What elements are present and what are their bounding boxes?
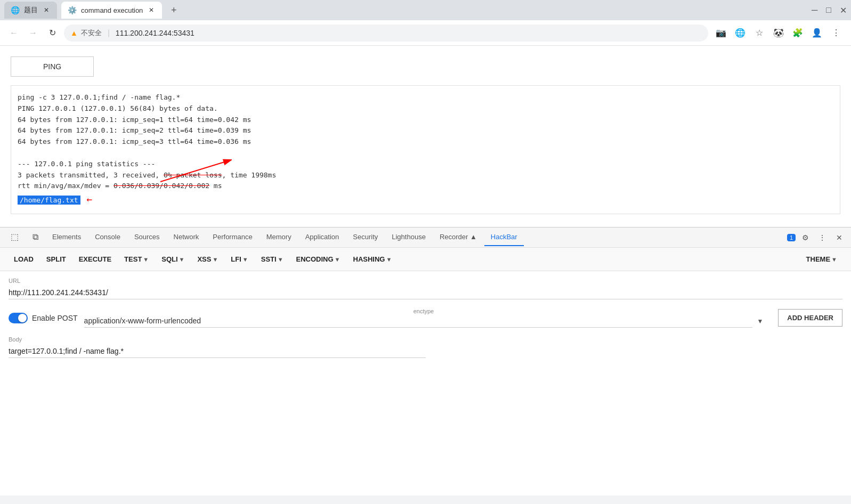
tab-favicon-1: 🌐 [11, 6, 20, 14]
output-line-2: PING 127.0.0.1 (127.0.0.1) 56(84) bytes … [18, 103, 833, 115]
insecure-icon: ▲ [70, 29, 78, 37]
window-controls: ─ □ ✕ [812, 5, 847, 15]
hackbar-hashing-button[interactable]: HASHING ▼ [348, 252, 398, 266]
console-badge: 1 [787, 234, 796, 241]
toggle-knob [18, 314, 27, 322]
hackbar-theme-button[interactable]: THEME ▼ [801, 252, 842, 266]
url-display: 111.200.241.244:53431 [116, 29, 194, 37]
window-minimize-button[interactable]: ─ [812, 5, 817, 15]
output-line-4: 64 bytes from 127.0.0.1: icmp_seq=2 ttl=… [18, 125, 833, 136]
devtools: ⬚ ⧉ Elements Console Sources Network Per… [0, 227, 851, 495]
bookmark-icon[interactable]: ☆ [751, 25, 768, 42]
hackbar-sqli-button[interactable]: SQLI ▼ [156, 252, 190, 266]
hackbar-ssti-button[interactable]: SSTI ▼ [256, 252, 289, 266]
profile-icon[interactable]: 🐼 [770, 25, 787, 42]
account-icon[interactable]: 👤 [808, 25, 825, 42]
url-bar[interactable]: ▲ 不安全 ｜ 111.200.241.244:53431 [64, 25, 708, 42]
enctype-select[interactable]: application/x-www-form-urlencoded multip… [84, 314, 753, 328]
body-input[interactable] [9, 345, 426, 358]
tab-console[interactable]: Console [88, 229, 127, 246]
translate-icon[interactable]: 🌐 [732, 25, 749, 42]
tab-recorder[interactable]: Recorder ▲ [433, 229, 483, 246]
devtools-toolbar-icons: 1 ⚙ ⋮ ✕ [787, 230, 847, 245]
tab-elements[interactable]: Elements [46, 229, 87, 246]
browser-toolbar: 📷 🌐 ☆ 🐼 🧩 👤 ⋮ [712, 25, 845, 42]
output-packets: 3 packets transmitted, 3 received, 0% pa… [18, 170, 833, 181]
enctype-wrapper: enctype application/x-www-form-urlencode… [84, 308, 764, 328]
hackbar-lfi-button[interactable]: LFI ▼ [225, 252, 253, 266]
output-area: ping -c 3 127.0.0.1;find / -name flag.* … [11, 85, 840, 214]
tab-active[interactable]: ⚙️ command execution ✕ [61, 2, 162, 19]
hackbar-toolbar: LOAD SPLIT EXECUTE TEST ▼ SQLI ▼ XSS ▼ L… [0, 248, 851, 271]
output-line-1: ping -c 3 127.0.0.1;find / -name flag.* [18, 92, 833, 103]
hackbar-test-button[interactable]: TEST ▼ [119, 252, 154, 266]
address-bar: ← → ↻ ▲ 不安全 ｜ 111.200.241.244:53431 📷 🌐 … [0, 20, 851, 46]
menu-icon[interactable]: ⋮ [828, 25, 845, 42]
url-input[interactable] [9, 286, 842, 299]
tab-lighthouse[interactable]: Lighthouse [385, 229, 432, 246]
hackbar-execute-button[interactable]: EXECUTE [74, 252, 117, 266]
hackbar-load-button[interactable]: LOAD [9, 252, 39, 266]
tab-close-1[interactable]: ✕ [42, 6, 51, 14]
tab-label-2: command execution [81, 6, 143, 14]
tab-label-1: 题目 [24, 5, 38, 15]
body-label: Body [9, 336, 842, 343]
url-separator: ｜ [105, 28, 112, 38]
devtools-more-icon[interactable]: ⋮ [815, 230, 830, 245]
enctype-label: enctype [84, 308, 764, 314]
back-button[interactable]: ← [6, 26, 21, 40]
devtools-tabs: ⬚ ⧉ Elements Console Sources Network Per… [0, 227, 851, 248]
hackbar-encoding-button[interactable]: ENCODING ▼ [291, 252, 346, 266]
output-flag: /home/flag.txt ← [18, 192, 833, 207]
tab-favicon-2: ⚙️ [68, 6, 77, 14]
devtools-settings-icon[interactable]: ⚙ [798, 230, 813, 245]
tab-close-2[interactable]: ✕ [147, 6, 156, 14]
devtools-tab-inspect[interactable]: ⬚ [4, 229, 25, 246]
hackbar-xss-button[interactable]: XSS ▼ [192, 252, 223, 266]
insecure-label: 不安全 [81, 28, 102, 38]
devtools-close-icon[interactable]: ✕ [832, 230, 847, 245]
tab-sources[interactable]: Sources [128, 229, 166, 246]
url-label: URL [9, 278, 842, 284]
hackbar-content: URL Enable POST enctype application/x-ww… [0, 271, 851, 495]
enable-post-toggle[interactable] [9, 313, 28, 323]
title-bar: 🌐 题目 ✕ ⚙️ command execution ✕ + ─ □ ✕ [0, 0, 851, 20]
enctype-row: application/x-www-form-urlencoded multip… [84, 314, 764, 328]
enable-post-label: Enable POST [32, 314, 78, 322]
tab-inactive[interactable]: 🌐 题目 ✕ [4, 2, 57, 19]
ping-button[interactable]: PING [11, 56, 94, 77]
hackbar-split-button[interactable]: SPLIT [41, 252, 71, 266]
flag-file-highlight: /home/flag.txt [18, 196, 80, 205]
select-dropdown-icon: ▼ [757, 318, 763, 325]
new-tab-button[interactable]: + [166, 3, 181, 18]
post-row: Enable POST enctype application/x-www-fo… [9, 308, 842, 328]
output-rtt: rtt min/avg/max/mdev = 0.036/0.039/0.042… [18, 181, 833, 192]
body-form-group: Body [9, 336, 842, 358]
output-line-3: 64 bytes from 127.0.0.1: icmp_seq=1 ttl=… [18, 115, 833, 126]
reload-button[interactable]: ↻ [45, 26, 60, 40]
forward-button[interactable]: → [26, 26, 40, 40]
url-form-group: URL [9, 278, 842, 299]
tab-security[interactable]: Security [346, 229, 384, 246]
tab-memory[interactable]: Memory [260, 229, 298, 246]
extensions-icon[interactable]: 🧩 [789, 25, 806, 42]
devtools-tab-device[interactable]: ⧉ [26, 229, 45, 246]
window-restore-button[interactable]: □ [826, 5, 831, 15]
screenshot-icon[interactable]: 📷 [712, 25, 730, 42]
red-arrow-indicator: ← [86, 193, 92, 205]
tab-application[interactable]: Application [299, 229, 346, 246]
tab-hackbar[interactable]: HackBar [484, 229, 524, 246]
output-ping-stats-header: --- 127.0.0.1 ping statistics --- [18, 159, 833, 170]
enable-post-toggle-wrap: Enable POST [9, 313, 78, 323]
window-close-button[interactable]: ✕ [840, 5, 847, 15]
output-line-5: 64 bytes from 127.0.0.1: icmp_seq=3 ttl=… [18, 136, 833, 148]
tab-network[interactable]: Network [167, 229, 206, 246]
add-header-button[interactable]: ADD HEADER [778, 309, 842, 327]
tab-performance[interactable]: Performance [206, 229, 258, 246]
main-content: PING ping -c 3 127.0.0.1;find / -name fl… [0, 46, 851, 227]
output-blank-1 [18, 148, 833, 159]
ping-button-container: PING [11, 56, 840, 77]
